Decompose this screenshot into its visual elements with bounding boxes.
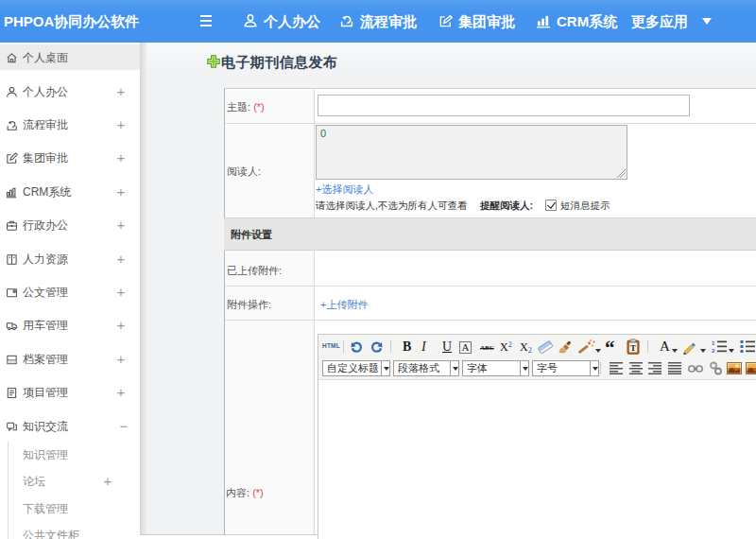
svg-text:T: T	[630, 343, 636, 353]
svg-text:1: 1	[712, 340, 715, 346]
svg-text:2: 2	[712, 348, 715, 354]
